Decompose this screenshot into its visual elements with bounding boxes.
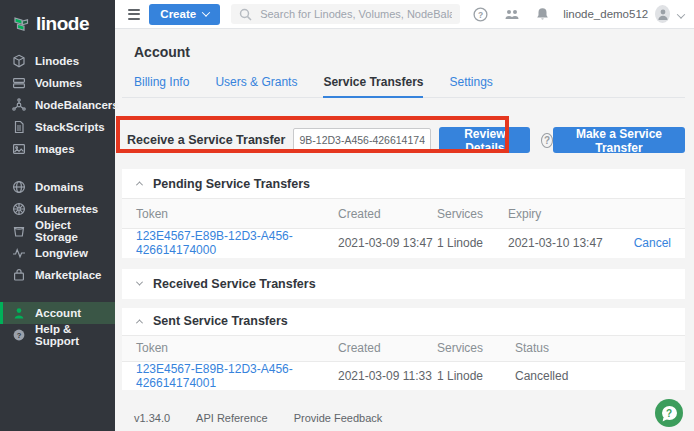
sidebar-item-label: StackScripts — [35, 121, 105, 133]
search-bar[interactable] — [231, 4, 460, 24]
help-chat-bubble-icon[interactable]: ? — [655, 399, 683, 427]
content: Account Billing Info Users & Grants Serv… — [115, 44, 694, 431]
sidebar-item-nodebalancers[interactable]: NodeBalancers — [0, 94, 115, 116]
received-section-header[interactable]: Received Service Transfers — [122, 269, 685, 299]
domains-globe-icon — [12, 180, 26, 194]
topbar-icons: ? — [473, 7, 549, 22]
token-link[interactable]: 123E4567-E89B-12D3-A456-426614174001 — [136, 362, 293, 390]
kubernetes-icon — [12, 202, 26, 216]
avatar[interactable] — [655, 5, 670, 23]
sidebar-item-kubernetes[interactable]: Kubernetes — [0, 198, 115, 220]
create-button[interactable]: Create — [149, 4, 220, 25]
tooltip-help-icon[interactable]: ? — [541, 133, 553, 148]
tab-service-transfers[interactable]: Service Transfers — [323, 75, 423, 98]
column-header-services: Services — [437, 335, 515, 361]
sidebar-item-linodes[interactable]: Linodes — [0, 50, 115, 72]
sidebar-item-marketplace[interactable]: Marketplace — [0, 264, 115, 286]
linode-logo-icon — [13, 16, 30, 33]
status-cell: Cancelled — [515, 361, 685, 390]
sidebar-item-label: Linodes — [35, 55, 79, 67]
logo-text: linode — [36, 13, 89, 35]
make-transfer-button[interactable]: Make a Service Transfer — [553, 127, 685, 153]
column-header-created: Created — [338, 199, 437, 229]
marketplace-icon — [12, 268, 26, 282]
sent-section-header[interactable]: Sent Service Transfers — [122, 308, 685, 335]
receive-transfer-label: Receive a Service Transfer — [127, 133, 285, 147]
sidebar-group-services: Domains Kubernetes Object Storage Longvi… — [0, 176, 115, 286]
tab-settings[interactable]: Settings — [449, 75, 492, 97]
nodebalancers-icon — [12, 98, 26, 112]
stackscripts-icon — [12, 120, 26, 134]
chevron-up-icon — [136, 181, 143, 188]
sidebar-item-label: Longview — [35, 247, 88, 259]
sidebar-item-label: Object Storage — [35, 219, 115, 243]
tab-billing-info[interactable]: Billing Info — [134, 75, 189, 97]
received-transfers-panel: Received Service Transfers — [122, 269, 685, 299]
table-row: 123E4567-E89B-12D3-A456-426614174000 202… — [122, 229, 685, 258]
svg-text:?: ? — [17, 331, 22, 340]
sidebar-group-account: Account ? Help & Support — [0, 302, 115, 346]
expiry-cell: 2021-03-10 13:47 Cancel — [508, 229, 685, 258]
chevron-down-icon — [202, 8, 210, 16]
images-icon — [12, 142, 26, 156]
help-question-mark: ? — [662, 406, 677, 420]
column-header-created: Created — [338, 335, 437, 361]
sidebar-item-help-support[interactable]: ? Help & Support — [0, 324, 115, 346]
longview-icon — [12, 246, 26, 260]
user-menu-chevron-icon[interactable] — [678, 5, 684, 23]
section-title: Received Service Transfers — [153, 277, 316, 291]
services-cell: 1 Linode — [437, 361, 515, 390]
table-header-row: Token Created Services Expiry — [122, 199, 685, 229]
sidebar-item-label: Volumes — [35, 77, 82, 89]
section-title: Pending Service Transfers — [153, 177, 310, 191]
sidebar-group-compute: Linodes Volumes NodeBalancers StackScrip… — [0, 50, 115, 160]
footer: v1.34.0 API Reference Provide Feedback — [122, 412, 685, 424]
notifications-bell-icon[interactable] — [536, 7, 549, 21]
created-cell: 2021-03-09 13:47 — [338, 229, 437, 258]
sidebar-item-images[interactable]: Images — [0, 138, 115, 160]
review-details-button[interactable]: Review Details — [439, 127, 530, 153]
sidebar-item-label: Marketplace — [35, 269, 101, 281]
column-header-status: Status — [515, 335, 685, 361]
token-link[interactable]: 123E4567-E89B-12D3-A456-426614174000 — [136, 229, 293, 257]
tab-bar: Billing Info Users & Grants Service Tran… — [122, 75, 685, 98]
chevron-up-icon — [136, 319, 143, 326]
sidebar-item-account[interactable]: Account — [0, 302, 115, 324]
expiry-value: 2021-03-10 13:47 — [508, 236, 603, 250]
sidebar-item-stackscripts[interactable]: StackScripts — [0, 116, 115, 138]
linode-logo[interactable]: linode — [0, 0, 115, 38]
sidebar-item-domains[interactable]: Domains — [0, 176, 115, 198]
transfer-token-input[interactable] — [293, 128, 431, 153]
cancel-link[interactable]: Cancel — [634, 236, 685, 250]
chevron-down-icon — [136, 279, 143, 286]
sent-transfers-panel: Sent Service Transfers Token Created Ser… — [122, 308, 685, 390]
pending-section-header[interactable]: Pending Service Transfers — [122, 169, 685, 198]
page-title: Account — [134, 44, 685, 60]
sidebar-item-label: Domains — [35, 181, 84, 193]
pending-transfers-table: Token Created Services Expiry 123E4567-E… — [122, 198, 685, 258]
create-button-label: Create — [160, 8, 196, 20]
account-icon — [12, 306, 26, 320]
created-cell: 2021-03-09 11:33 — [338, 361, 437, 390]
sidebar-item-label: Kubernetes — [35, 203, 98, 215]
search-input[interactable] — [260, 8, 452, 20]
username[interactable]: linode_demo512 — [563, 8, 648, 20]
community-icon[interactable] — [504, 8, 520, 21]
tab-users-grants[interactable]: Users & Grants — [215, 75, 297, 97]
help-icon[interactable]: ? — [473, 7, 488, 22]
sidebar-item-label: Images — [35, 143, 75, 155]
section-title: Sent Service Transfers — [153, 314, 288, 328]
api-reference-link[interactable]: API Reference — [196, 412, 268, 424]
sidebar: linode Linodes Volumes NodeBalancers Sta… — [0, 0, 115, 431]
sidebar-item-label: Help & Support — [35, 323, 115, 347]
sidebar-item-object-storage[interactable]: Object Storage — [0, 220, 115, 242]
hamburger-menu-icon[interactable] — [128, 9, 140, 20]
main-area: Create ? linode_demo512 — [115, 0, 694, 431]
feedback-link[interactable]: Provide Feedback — [294, 412, 383, 424]
sidebar-item-volumes[interactable]: Volumes — [0, 72, 115, 94]
svg-text:?: ? — [478, 9, 483, 19]
table-header-row: Token Created Services Status — [122, 335, 685, 361]
column-header-token: Token — [122, 199, 338, 229]
object-storage-icon — [12, 224, 26, 238]
sidebar-item-longview[interactable]: Longview — [0, 242, 115, 264]
